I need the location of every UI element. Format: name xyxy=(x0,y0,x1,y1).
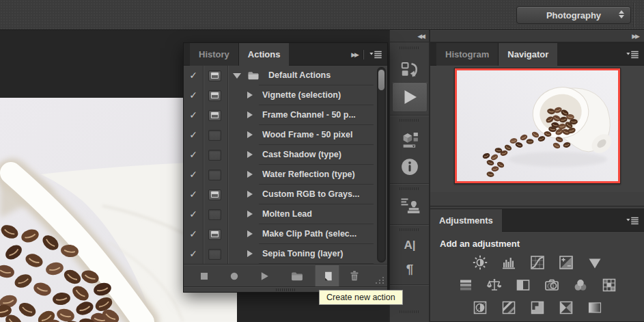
actions-tab-bar: History Actions ▶▶ xyxy=(184,43,387,66)
toolbar-divider xyxy=(633,3,634,27)
expand-triangle-icon[interactable] xyxy=(247,111,253,118)
curves-adjustment-icon[interactable] xyxy=(527,254,548,271)
brightness-contrast-adjustment-icon[interactable] xyxy=(470,254,490,271)
dialog-toggle[interactable] xyxy=(208,229,221,240)
expand-triangle-icon[interactable] xyxy=(247,211,253,217)
hue-saturation-adjustment-icon[interactable] xyxy=(456,276,476,294)
color-balance-adjustment-icon[interactable] xyxy=(484,276,505,294)
stop-button[interactable] xyxy=(195,265,214,287)
include-checkmark-toggle[interactable]: ✓ xyxy=(184,204,203,224)
include-checkmark-toggle[interactable]: ✓ xyxy=(184,66,203,85)
drag-handle[interactable] xyxy=(400,310,420,313)
dialog-toggle[interactable] xyxy=(208,150,221,161)
drag-handle[interactable] xyxy=(276,289,295,291)
workspace-switcher-dropdown[interactable]: Photography xyxy=(516,6,631,24)
threshold-adjustment-icon[interactable] xyxy=(527,299,548,317)
dialog-toggle[interactable] xyxy=(208,189,221,200)
tab-navigator[interactable]: Navigator xyxy=(499,43,557,66)
actions-scrollbar[interactable] xyxy=(377,67,386,263)
history-panel-icon[interactable] xyxy=(390,57,430,82)
expand-triangle-icon[interactable] xyxy=(233,73,241,79)
panel-resize-grip[interactable] xyxy=(374,276,385,285)
collapse-panel-icon[interactable]: ▶▶ xyxy=(351,51,358,58)
action-label: Molten Lead xyxy=(262,204,372,224)
collapse-panels-icon[interactable]: ▶▶ xyxy=(632,33,639,40)
dialog-toggle[interactable] xyxy=(208,110,221,121)
info-panel-icon[interactable] xyxy=(390,155,430,179)
action-row[interactable]: ✓ Vignette (selection) xyxy=(184,85,387,105)
drag-handle[interactable] xyxy=(400,46,420,49)
exposure-adjustment-icon[interactable] xyxy=(556,254,576,271)
dialog-toggle[interactable] xyxy=(208,130,221,141)
new-set-button[interactable] xyxy=(288,265,307,287)
include-checkmark-toggle[interactable]: ✓ xyxy=(184,165,203,185)
panel-menu-icon[interactable] xyxy=(625,50,640,59)
expand-triangle-icon[interactable] xyxy=(247,151,253,158)
action-row[interactable]: ✓ Cast Shadow (type) xyxy=(184,145,387,165)
paragraph-panel-icon[interactable]: ¶ xyxy=(390,258,430,280)
color-lookup-adjustment-icon[interactable] xyxy=(599,276,619,294)
channel-mixer-adjustment-icon[interactable] xyxy=(570,276,591,294)
dialog-toggle[interactable] xyxy=(208,249,221,260)
action-row[interactable]: ✓ Frame Channel - 50 p... xyxy=(184,105,387,125)
drag-handle[interactable] xyxy=(400,187,420,190)
panel-menu-icon[interactable] xyxy=(625,216,640,226)
dialog-toggle[interactable] xyxy=(208,70,221,81)
expand-panels-icon[interactable]: ◀◀ xyxy=(417,33,424,40)
clone-source-panel-icon[interactable] xyxy=(390,193,430,219)
scrollbar-thumb[interactable] xyxy=(378,70,384,90)
record-button[interactable] xyxy=(225,265,244,287)
play-button[interactable] xyxy=(255,265,274,287)
selective-color-adjustment-icon[interactable] xyxy=(585,299,605,317)
expand-triangle-icon[interactable] xyxy=(247,230,253,237)
include-checkmark-toggle[interactable]: ✓ xyxy=(184,185,203,204)
action-row[interactable]: ✓ Sepia Toning (layer) xyxy=(184,244,387,264)
expand-triangle-icon[interactable] xyxy=(247,131,253,138)
expand-triangle-icon[interactable] xyxy=(247,250,253,257)
gradient-map-adjustment-icon[interactable] xyxy=(556,299,576,317)
levels-adjustment-icon[interactable] xyxy=(499,254,519,271)
action-row[interactable]: ✓ Custom RGB to Grays... xyxy=(184,185,387,204)
proxy-view-rectangle[interactable] xyxy=(455,68,620,183)
actions-panel-icon[interactable] xyxy=(392,82,428,112)
dialog-toggle[interactable] xyxy=(208,170,221,180)
character-panel-icon[interactable]: A| xyxy=(390,235,430,256)
tab-histogram[interactable]: Histogram xyxy=(436,43,499,66)
expand-triangle-icon[interactable] xyxy=(247,92,253,98)
vibrance-adjustment-icon[interactable] xyxy=(585,254,605,271)
include-checkmark-toggle[interactable]: ✓ xyxy=(184,145,203,165)
action-label: Cast Shadow (type) xyxy=(262,145,372,165)
tool-presets-panel-icon[interactable] xyxy=(390,126,430,153)
tab-history[interactable]: History xyxy=(190,43,239,66)
include-checkmark-toggle[interactable]: ✓ xyxy=(184,85,203,105)
drag-handle[interactable] xyxy=(400,228,420,231)
action-row[interactable]: ✓ Water Reflection (type) xyxy=(184,165,387,185)
right-panel-dock: ▶▶ Histogram Navigator xyxy=(429,30,644,322)
dialog-toggle[interactable] xyxy=(208,90,221,101)
invert-adjustment-icon[interactable] xyxy=(470,299,490,317)
photo-filter-adjustment-icon[interactable] xyxy=(542,276,562,294)
expand-triangle-icon[interactable] xyxy=(247,191,253,198)
application-toolbar: Photography xyxy=(0,0,644,30)
action-row[interactable]: ✓ Default Actions xyxy=(184,66,387,85)
panel-menu-icon[interactable] xyxy=(368,50,383,59)
include-checkmark-toggle[interactable]: ✓ xyxy=(184,244,203,264)
create-new-action-button[interactable] xyxy=(315,265,339,287)
delete-button[interactable] xyxy=(345,265,364,287)
action-row[interactable]: ✓ Make Clip Path (selec... xyxy=(184,224,387,244)
tab-actions[interactable]: Actions xyxy=(239,43,290,66)
black-white-adjustment-icon[interactable] xyxy=(513,276,533,294)
tab-adjustments[interactable]: Adjustments xyxy=(430,209,502,232)
drag-handle[interactable] xyxy=(400,119,420,122)
dialog-toggle[interactable] xyxy=(208,209,221,220)
navigator-preview-image xyxy=(457,70,618,181)
action-row[interactable]: ✓ Molten Lead xyxy=(184,204,387,224)
posterize-adjustment-icon[interactable] xyxy=(499,299,519,317)
action-row[interactable]: ✓ Wood Frame - 50 pixel xyxy=(184,125,387,145)
expand-triangle-icon[interactable] xyxy=(247,171,253,178)
include-checkmark-toggle[interactable]: ✓ xyxy=(184,224,203,244)
adjustment-icons-row-2 xyxy=(430,276,644,294)
include-checkmark-toggle[interactable]: ✓ xyxy=(184,125,203,145)
navigator-tab-bar: Histogram Navigator xyxy=(430,43,644,66)
include-checkmark-toggle[interactable]: ✓ xyxy=(184,105,203,125)
